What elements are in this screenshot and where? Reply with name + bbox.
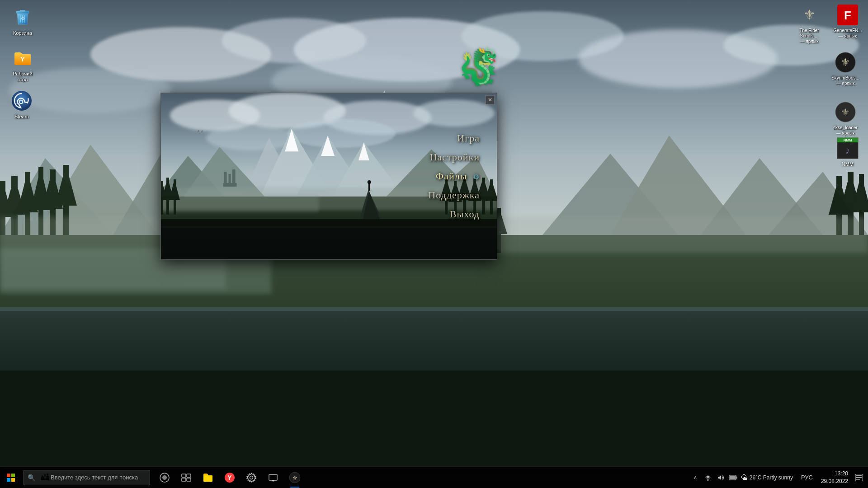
weather-icon: 🌤 xyxy=(741,474,748,482)
search-placeholder-text: Введите здесь текст для поиска xyxy=(51,474,138,481)
date-display: 29.08.2022 xyxy=(821,478,848,485)
svg-text:⚜: ⚜ xyxy=(803,7,816,22)
svg-rect-154 xyxy=(187,474,191,477)
search-bar[interactable]: 🔍 🏙 Введите здесь текст для поиска xyxy=(24,470,150,485)
svg-point-100 xyxy=(206,125,296,150)
yandex-disk-image: Y xyxy=(12,47,33,69)
weather-text: 26°C Partly sunny xyxy=(750,474,793,481)
svg-text:∧ ∧: ∧ ∧ xyxy=(197,129,203,133)
recycle-bin-icon[interactable]: ♻ Корзина xyxy=(5,5,41,38)
volume-tray-icon[interactable] xyxy=(715,469,726,487)
skyrim-boost-label: SkyrimBoos... — ярлык xyxy=(830,75,861,87)
svg-rect-172 xyxy=(856,479,860,480)
yandex-taskbar[interactable]: Y xyxy=(219,467,241,488)
svg-rect-155 xyxy=(182,478,186,481)
svg-point-101 xyxy=(287,119,395,148)
svg-point-99 xyxy=(413,99,495,127)
svg-rect-147 xyxy=(7,474,10,477)
elder-scrolls-desktop-icon[interactable]: ⚜ The Elder Scrolls ... — ярлык xyxy=(789,2,830,47)
weather-tray[interactable]: 🌤 26°C Partly sunny xyxy=(741,474,793,482)
svg-rect-145 xyxy=(161,219,497,259)
cursor-indicator: ⚙ xyxy=(473,173,480,181)
nmm-image: NMM ♪ xyxy=(837,137,859,159)
launcher-menu: Игра Настройки Файлы ⚙ Поддержка Выход xyxy=(425,131,483,222)
elder-scrolls-label: The Elder Scrolls ... — ярлык xyxy=(793,28,826,45)
svg-point-159 xyxy=(250,476,253,479)
start-button[interactable] xyxy=(0,467,22,488)
svg-rect-144 xyxy=(223,183,237,187)
recycle-bin-label: Корзина xyxy=(12,30,33,37)
svg-text:⚜: ⚜ xyxy=(292,474,298,482)
desktop-folder-label: Рабочий стол xyxy=(6,70,39,83)
svg-rect-156 xyxy=(187,478,191,481)
svg-rect-148 xyxy=(11,474,15,477)
skse-loader-icon[interactable]: ⚜ skse_loader — ярлык xyxy=(825,99,866,138)
generate-fn-label: GenerateFN... — ярлык xyxy=(832,28,863,39)
svg-point-152 xyxy=(162,475,167,480)
windows-logo-icon xyxy=(7,474,15,482)
svg-text:F: F xyxy=(844,9,851,22)
yandex-disk-icon[interactable]: Y Рабочий стол xyxy=(5,45,41,85)
settings-taskbar[interactable] xyxy=(241,467,262,488)
svg-rect-143 xyxy=(232,169,236,185)
skyrim-boost-icon[interactable]: ⚜ SkyrimBoos... — ярлык xyxy=(825,50,866,89)
svg-rect-150 xyxy=(11,478,15,482)
skyrim-taskbar-icon[interactable]: ⚜ xyxy=(284,467,306,488)
data-files-menu-item[interactable]: Файлы ⚙ xyxy=(432,169,483,184)
svg-rect-74 xyxy=(20,10,25,12)
skyrim-launcher[interactable]: ∧ ∧ Игра Настройки Файлы ⚙ Поддержка Вых… xyxy=(160,93,497,260)
nmm-icon[interactable]: NMM ♪ NMM xyxy=(830,136,866,169)
svg-text:⚜: ⚜ xyxy=(841,107,850,118)
support-menu-item[interactable]: Поддержка xyxy=(425,188,483,203)
file-explorer-taskbar[interactable] xyxy=(197,467,219,488)
clock[interactable]: 13:20 29.08.2022 xyxy=(817,470,852,485)
svg-rect-168 xyxy=(736,476,737,479)
show-hidden-icons[interactable]: ∧ xyxy=(690,469,701,487)
skyrim-boost-image: ⚜ xyxy=(835,52,856,73)
svg-text:♪: ♪ xyxy=(845,145,850,155)
elder-scrolls-image: ⚜ xyxy=(798,4,820,26)
taskbar: 🔍 🏙 Введите здесь текст для поиска xyxy=(0,466,868,488)
svg-rect-116 xyxy=(161,194,319,212)
connect-taskbar[interactable] xyxy=(262,467,284,488)
generate-fn-icon[interactable]: F GenerateFN... — ярлык xyxy=(830,2,866,41)
steam-image xyxy=(11,90,33,112)
svg-text:♻: ♻ xyxy=(21,16,25,21)
recycle-bin-image: ♻ xyxy=(12,6,33,28)
battery-tray-icon[interactable] xyxy=(728,469,739,487)
city-icon: 🏙 xyxy=(41,473,49,482)
svg-rect-139 xyxy=(368,183,370,191)
svg-point-140 xyxy=(368,180,371,184)
svg-point-165 xyxy=(707,479,708,481)
task-view-button[interactable] xyxy=(175,467,197,488)
skse-loader-image: ⚜ xyxy=(835,101,856,123)
skse-loader-label: skse_loader — ярлык xyxy=(832,125,859,136)
nmm-label: NMM xyxy=(840,161,855,168)
svg-rect-160 xyxy=(269,474,277,480)
generate-fn-image: F xyxy=(837,4,859,26)
svg-rect-167 xyxy=(730,476,736,479)
settings-menu-item[interactable]: Настройки xyxy=(426,150,483,165)
language-indicator[interactable]: РУС xyxy=(798,474,816,481)
time-display: 13:20 xyxy=(835,470,848,478)
network-tray-icon[interactable] xyxy=(703,469,713,487)
svg-text:NMM: NMM xyxy=(843,138,852,142)
play-menu-item[interactable]: Игра xyxy=(453,131,483,146)
steam-label: Steam xyxy=(13,113,30,120)
system-tray: ∧ xyxy=(690,469,868,487)
svg-text:⚜: ⚜ xyxy=(840,56,850,68)
exit-menu-item[interactable]: Выход xyxy=(446,206,483,222)
svg-rect-170 xyxy=(856,475,862,476)
svg-text:Y: Y xyxy=(20,56,25,63)
cortana-button[interactable] xyxy=(154,467,175,488)
taskbar-pinned-icons: Y ⚜ xyxy=(154,467,306,488)
steam-icon[interactable]: Steam xyxy=(4,88,40,122)
svg-rect-153 xyxy=(182,474,186,477)
launcher-close-button[interactable]: ✕ xyxy=(486,95,495,104)
notification-center-button[interactable] xyxy=(854,469,864,487)
svg-text:Y: Y xyxy=(227,474,232,481)
search-bar-icon: 🔍 xyxy=(28,474,35,481)
svg-rect-171 xyxy=(856,477,862,478)
svg-rect-149 xyxy=(7,478,10,482)
